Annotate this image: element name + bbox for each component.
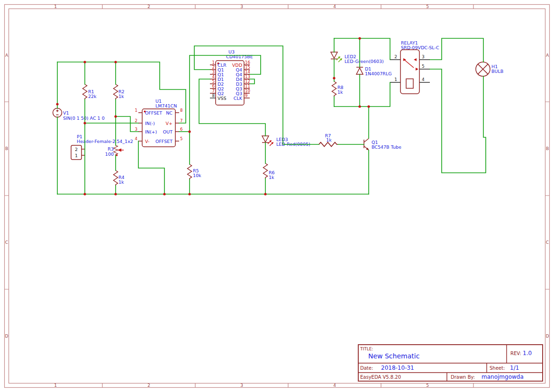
u1-pin-label: IN(-)	[145, 121, 155, 126]
r3-value-label[interactable]: 100	[105, 151, 114, 157]
frame-row-label: B	[5, 146, 8, 151]
frame-col-label: 1	[54, 383, 57, 388]
u3-pin-number: 8	[212, 93, 215, 98]
u3-pin-number: 9	[245, 93, 247, 98]
v1-name-label[interactable]: V1	[63, 110, 69, 116]
frame-row-label: A	[5, 53, 9, 58]
sheet-label: Sheet:	[490, 365, 505, 371]
u1-pin-number: 6	[180, 127, 182, 132]
component-r7[interactable]: R7 1k	[319, 133, 338, 147]
transistor-collector-arm	[364, 139, 369, 143]
r8-value-label[interactable]: 1k	[337, 89, 343, 95]
relay-pin-number: 4	[422, 77, 425, 82]
resistor-zigzag	[263, 163, 268, 178]
schematic-canvas: 1 2 3 4 5 1 2 3 4 5 A B C D A B C D V1 S…	[0, 0, 554, 392]
u3-pin-label: CLK	[234, 96, 243, 101]
d1-value-label[interactable]: 1N4007RLG	[365, 71, 392, 76]
resistor-zigzag	[332, 81, 336, 97]
component-v1[interactable]: V1 SIN(0 1 50) AC 1 0	[53, 108, 105, 121]
p1-value-label[interactable]: Header-Female-2.54_1x2	[77, 139, 133, 144]
relay-pin-number: 2	[394, 54, 397, 59]
junction-dot	[264, 193, 266, 195]
junction-dot	[358, 37, 361, 39]
r4-value-label[interactable]: 1k	[118, 179, 124, 185]
r7-value-label[interactable]: 1k	[326, 137, 332, 143]
component-led3[interactable]: LED3 LED-Red(0805)	[262, 136, 310, 147]
frame-col-label: 2	[147, 4, 150, 9]
u3-pin-number: 15	[245, 65, 250, 70]
u1-pin-label: NC	[166, 110, 173, 116]
component-relay1[interactable]: 2 3 5 1 4 RELAY1 SRD-09VDC-SL-C	[390, 40, 439, 94]
frame-col-label: 5	[426, 383, 429, 388]
r1-value-label[interactable]: 22k	[88, 94, 97, 99]
u1-pin-number: 4	[135, 136, 137, 141]
frame-col-label: 4	[333, 383, 336, 388]
drawn-by-value[interactable]: manojmgowda	[481, 374, 524, 380]
component-r4[interactable]: R4 1k	[114, 170, 125, 186]
u3-pin-number: 13	[245, 74, 250, 79]
component-u3[interactable]: 1 2 3 4 5 6 7 8 16 15 14 13 12 11 10 9 C…	[210, 49, 253, 105]
frame-row-label: C	[5, 240, 8, 245]
junction-dot	[367, 105, 370, 107]
v1-value-label[interactable]: SIN(0 1 50) AC 1 0	[63, 116, 105, 121]
sheet-frame: 1 2 3 4 5 1 2 3 4 5 A B C D A B C D	[5, 4, 550, 388]
u1-pin-number: 7	[180, 118, 182, 123]
component-r6[interactable]: R6 1k	[263, 163, 275, 180]
component-p1[interactable]: 2 1 P1 Header-Female-2.54_1x2	[71, 134, 133, 160]
wire[interactable]	[430, 38, 483, 62]
resistor-zigzag	[188, 164, 192, 179]
frame-row-label: C	[546, 240, 549, 245]
component-r5[interactable]: R5 10k	[188, 164, 202, 179]
component-r2[interactable]: R2 1k	[114, 84, 125, 99]
voltage-source-circle	[53, 108, 62, 117]
h1-value-label[interactable]: BULB	[491, 69, 503, 74]
u1-value-label[interactable]: LM741CN	[155, 103, 177, 108]
software-version-label: EasyEDA V5.8.20	[360, 374, 401, 380]
u1-pin-number: 8	[180, 108, 182, 113]
component-led2[interactable]: LED2 LED-Green(0603)	[331, 52, 384, 64]
resistor-zigzag	[114, 84, 118, 99]
wire[interactable]	[430, 69, 486, 173]
junction-dot	[188, 130, 191, 133]
resistor-zigzag	[83, 84, 87, 99]
title-value[interactable]: New Schematic	[368, 352, 419, 360]
relay1-value-label[interactable]: SRD-09VDC-SL-C	[401, 45, 439, 50]
frame-row-label: A	[546, 53, 549, 58]
title-label: TITLE:	[360, 347, 373, 351]
component-u1[interactable]: 1 2 3 4 8 7 6 5 OFFSET IN(-) IN(+) V- NC…	[135, 98, 183, 147]
date-value[interactable]: 2018-10-31	[381, 365, 414, 371]
component-d1[interactable]: D1 1N4007RLG	[356, 66, 392, 76]
junction-dot	[114, 115, 117, 117]
component-r8[interactable]: R8 1k	[332, 81, 344, 97]
r3-name-label[interactable]: R3	[108, 146, 114, 151]
junction-dot	[114, 193, 117, 195]
u3-pin-label: VSS	[218, 96, 227, 101]
u1-pin-number: 5	[180, 136, 182, 141]
r5-value-label[interactable]: 10k	[193, 173, 201, 178]
sheet-value[interactable]: 1/1	[510, 365, 519, 371]
u3-pin-number: 6	[212, 84, 215, 89]
wire[interactable]	[334, 38, 390, 60]
wire[interactable]	[138, 141, 164, 194]
rev-value[interactable]: 1.0	[523, 350, 532, 356]
u1-pin-number: 2	[135, 118, 137, 123]
resistor-zigzag	[319, 143, 338, 147]
u3-value-label[interactable]: CD40175BE	[226, 54, 253, 59]
u1-pin-label: OFFSET	[155, 139, 173, 144]
r6-value-label[interactable]: 1k	[269, 175, 274, 180]
component-r1[interactable]: R1 22k	[83, 84, 97, 99]
p1-pin1-number: 1	[75, 153, 78, 158]
r2-value-label[interactable]: 1k	[118, 94, 124, 99]
frame-row-label: D	[5, 334, 9, 339]
component-h1[interactable]: H1 BULB	[476, 62, 503, 76]
junction-dot	[358, 105, 361, 107]
u3-pin-number: 4	[212, 74, 215, 79]
wire[interactable]	[250, 79, 254, 84]
relay-coil	[406, 79, 413, 89]
led2-value-label[interactable]: LED-Green(0603)	[345, 59, 384, 64]
q1-value-label[interactable]: BC547B Tube	[372, 144, 401, 150]
component-q1[interactable]: Q1 BC547B Tube	[364, 139, 401, 151]
junction-dot	[83, 122, 86, 124]
component-r3[interactable]: R3 100	[105, 145, 124, 157]
u1-pin-label: IN(+)	[145, 129, 157, 134]
